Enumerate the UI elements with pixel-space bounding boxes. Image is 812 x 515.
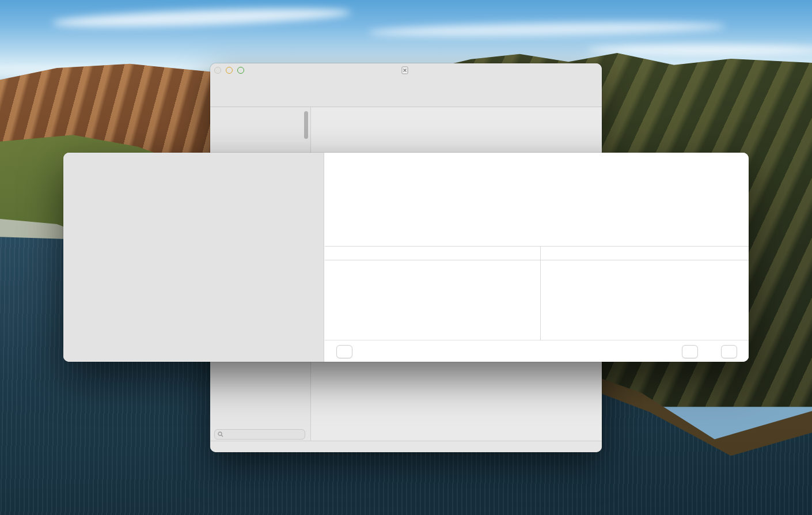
patch-detail-pane [325,153,749,362]
tree-scrollbar[interactable] [304,111,308,139]
dialog-footer [325,340,749,362]
toolbar [210,77,602,107]
patch-list [63,153,324,362]
document-icon [401,66,408,74]
diff-header [325,246,749,260]
patch-dialog [63,153,749,362]
desktop [0,0,812,515]
search-icon [218,431,223,437]
window-status-bar [210,441,602,452]
open-button[interactable] [336,345,352,358]
diff-body [325,261,749,340]
apply-button[interactable] [682,345,698,358]
code-lines-bottom [312,363,602,441]
filter-tree-input[interactable] [214,429,305,440]
title-bar[interactable] [210,63,602,77]
patch-source-text[interactable] [325,153,749,246]
close-button[interactable] [721,345,737,358]
